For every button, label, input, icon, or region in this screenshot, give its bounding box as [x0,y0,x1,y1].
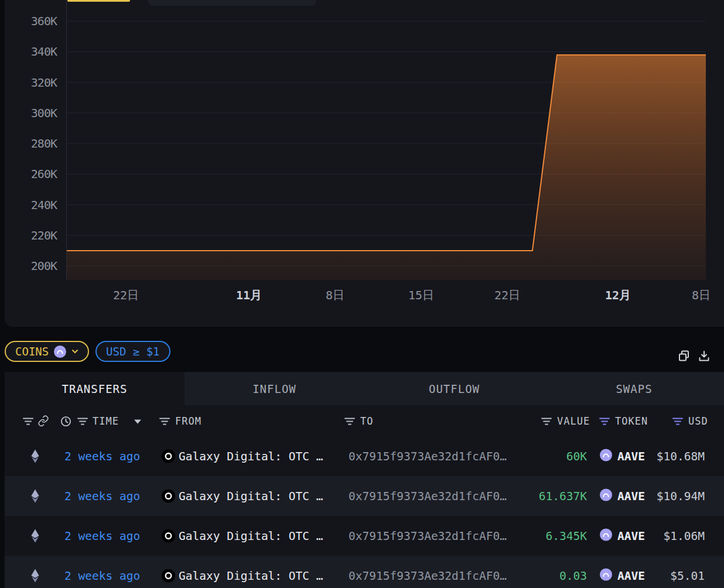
transfer-value: 0.03 [559,569,587,583]
to-address-link[interactable]: 0x7915f9373Ae32d1fcAF0… [349,529,507,543]
filter-icon[interactable] [159,415,170,426]
transfer-time-link[interactable]: 2 weeks ago [64,450,140,463]
table-tabs: TRANSFERS INFLOW OUTFLOW SWAPS [5,372,724,405]
usd-value: $10.68M [657,450,705,463]
y-axis-labels: 360K340K320K300K280K260K240K220K200K [5,0,62,280]
table-row: 2 weeks ago Galaxy Digital: OTC … 0x7915… [5,476,724,516]
chevron-down-icon [71,349,78,354]
copy-icon[interactable] [677,349,691,363]
table-header: TIME FROM TO VALUE TOKEN US [5,405,724,436]
filter-icon-active[interactable] [599,415,610,426]
transfer-time-link[interactable]: 2 weeks ago [64,490,140,503]
y-tick-label: 360K [31,14,57,28]
x-tick-label: 8日 [692,288,711,303]
from-entity-link[interactable]: Galaxy Digital: OTC … [179,569,323,583]
aave-icon [600,449,612,464]
balance-chart-panel: 360K340K320K300K280K260K240K220K200K 22日… [5,0,724,327]
tab-inflow[interactable]: INFLOW [185,372,364,405]
aave-icon [600,489,612,504]
column-header-token: TOKEN [615,415,648,427]
from-entity-link[interactable]: Galaxy Digital: OTC … [179,490,323,503]
y-tick-label: 220K [31,228,57,242]
filter-icon[interactable] [541,415,552,426]
usd-value: $10.94M [657,490,705,503]
coins-pill-label: COINS [15,345,49,358]
x-tick-label: 8日 [326,288,344,303]
coins-filter-pill[interactable]: COINS [5,341,89,362]
usd-value: $1.06M [664,529,705,543]
filter-icon-active[interactable] [672,415,684,426]
column-header-usd: USD [688,415,708,427]
column-header-time[interactable]: TIME [93,415,119,427]
x-tick-label: 11月 [236,288,262,303]
transfer-time-link[interactable]: 2 weeks ago [64,569,140,583]
x-tick-label: 12月 [605,288,631,303]
arkham-balance-page: 360K340K320K300K280K260K240K220K200K 22日… [0,0,724,588]
aave-icon [600,569,612,583]
filter-icon[interactable] [22,415,34,426]
column-header-value: VALUE [557,415,590,427]
tab-transfers[interactable]: TRANSFERS [5,372,185,405]
token-symbol[interactable]: AAVE [617,450,645,463]
usd-filter-pill[interactable]: USD ≥ $1 [95,341,170,362]
usd-pill-label: USD ≥ $1 [106,345,160,358]
table-row: 2 weeks ago Galaxy Digital: OTC … 0x7915… [5,556,724,588]
transfer-value: 6.345K [546,529,587,543]
y-tick-label: 280K [31,136,57,151]
to-address-link[interactable]: 0x7915f9373Ae32d1fcAF0… [349,490,507,503]
tab-outflow[interactable]: OUTFLOW [364,372,544,405]
table-row: 2 weeks ago Galaxy Digital: OTC … 0x7915… [5,516,724,556]
filter-icon[interactable] [344,415,356,426]
filter-bar: COINS USD ≥ $1 [0,341,724,362]
ethereum-icon[interactable] [30,489,40,504]
y-tick-label: 240K [31,198,57,212]
ethereum-icon[interactable] [30,529,40,543]
aave-icon [600,529,612,543]
column-header-to: TO [360,415,373,427]
from-entity-link[interactable]: Galaxy Digital: OTC … [179,450,323,463]
galaxy-digital-icon [162,569,175,583]
aave-icon [54,346,66,358]
x-tick-label: 22日 [494,288,520,303]
sort-desc-icon[interactable] [134,415,142,426]
x-tick-label: 22日 [113,288,139,303]
y-tick-label: 200K [31,259,57,273]
y-tick-label: 260K [31,167,57,181]
token-symbol[interactable]: AAVE [617,490,645,503]
filter-icon[interactable] [77,415,88,426]
balance-area-chart [66,0,706,280]
transfer-value: 61.637K [539,490,587,503]
column-header-from: FROM [175,415,202,427]
y-tick-label: 320K [31,76,57,90]
y-tick-label: 300K [31,106,57,120]
galaxy-digital-icon [162,529,175,543]
y-tick-label: 340K [31,45,57,59]
transfer-value: 60K [566,450,587,463]
x-axis-labels: 22日11月8日15日22日12月8日 [66,280,706,309]
to-address-link[interactable]: 0x7915f9373Ae32d1fcAF0… [349,569,507,583]
usd-value: $5.01 [670,569,705,583]
galaxy-digital-icon [162,450,175,463]
to-address-link[interactable]: 0x7915f9373Ae32d1fcAF0… [349,450,507,463]
transfer-rows: 2 weeks ago Galaxy Digital: OTC … 0x7915… [5,436,724,588]
table-row: 2 weeks ago Galaxy Digital: OTC … 0x7915… [5,436,724,476]
balance-chart-svg [66,0,706,280]
tab-swaps[interactable]: SWAPS [544,372,724,405]
x-tick-label: 15日 [408,288,434,303]
ethereum-icon[interactable] [30,449,40,464]
ethereum-icon[interactable] [30,569,40,583]
token-symbol[interactable]: AAVE [617,529,645,543]
galaxy-digital-icon [162,490,175,503]
token-symbol[interactable]: AAVE [617,569,645,583]
transfer-time-link[interactable]: 2 weeks ago [64,529,140,543]
from-entity-link[interactable]: Galaxy Digital: OTC … [179,529,323,543]
transfers-table-panel: TRANSFERS INFLOW OUTFLOW SWAPS TIME [5,372,724,588]
clock-icon [60,415,71,427]
download-icon[interactable] [697,349,711,363]
link-icon[interactable] [37,415,49,427]
